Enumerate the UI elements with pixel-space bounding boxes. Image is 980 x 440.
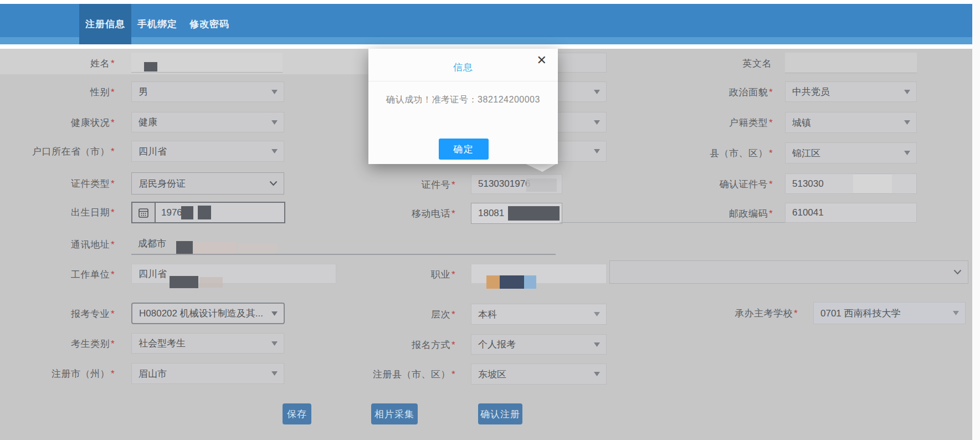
hukou-type-select[interactable]: 城镇 — [785, 112, 917, 133]
required-mark: * — [769, 148, 773, 158]
chevron-down-icon — [594, 372, 600, 376]
reg-county-select[interactable]: 东坡区 — [471, 364, 607, 385]
photo-capture-button[interactable]: 相片采集 — [371, 403, 418, 424]
field-label-occupation: 职业* — [342, 268, 455, 281]
redaction-block — [238, 243, 277, 253]
required-mark: * — [111, 207, 115, 218]
redaction-block — [526, 178, 557, 192]
dialog-message: 确认成功！准考证号：382124200003 — [368, 94, 558, 106]
required-mark: * — [111, 58, 115, 69]
level-select[interactable]: 本科 — [471, 304, 607, 325]
chevron-down-icon — [271, 341, 278, 346]
required-mark: * — [451, 208, 455, 219]
chevron-down-icon — [269, 181, 278, 186]
chevron-down-icon — [904, 90, 910, 94]
candidate-type-select[interactable]: 社会型考生 — [131, 333, 284, 354]
chevron-down-icon — [271, 149, 278, 154]
field-label-english-name: 英文名 — [657, 57, 773, 70]
chevron-down-icon — [271, 311, 278, 316]
health-select[interactable]: 健康 — [131, 112, 284, 132]
major-select[interactable]: H080202 机械设计制造及其... — [131, 303, 285, 324]
field-label-health: 健康状况* — [6, 116, 115, 129]
chevron-down-icon — [594, 90, 600, 94]
redaction-block — [524, 275, 536, 289]
field-label-reg-method: 报名方式* — [342, 339, 455, 351]
tab-registration-info[interactable]: 注册信息 — [79, 4, 131, 44]
info-dialog: 信息 ✕ 确认成功！准考证号：382124200003 确定 — [368, 49, 558, 164]
close-icon[interactable]: ✕ — [537, 54, 547, 66]
save-button[interactable]: 保存 — [283, 403, 311, 424]
redaction-block — [486, 275, 500, 289]
field-label-confirm-id-number: 确认证件号* — [657, 178, 773, 191]
confirm-id-number-input[interactable]: 513030 — [785, 173, 917, 194]
chevron-down-icon — [594, 149, 600, 154]
chevron-down-icon — [904, 151, 910, 155]
required-mark: * — [794, 308, 798, 319]
redaction-block — [500, 275, 524, 289]
tab-label: 注册信息 — [85, 18, 125, 30]
tab-label: 修改密码 — [189, 18, 229, 30]
field-label-work-unit: 工作单位* — [6, 268, 115, 281]
wide-empty-select[interactable] — [609, 260, 968, 284]
chevron-down-icon — [594, 312, 600, 316]
required-mark: * — [111, 146, 115, 157]
redaction-block — [176, 241, 193, 254]
field-label-birth-date: 出生日期* — [6, 206, 115, 219]
gender-select[interactable]: 男 — [131, 81, 284, 102]
required-mark: * — [111, 339, 115, 349]
redaction-block — [194, 242, 237, 253]
host-school-select[interactable]: 0701 西南科技大学 — [813, 302, 966, 324]
chevron-down-icon — [953, 269, 962, 275]
redaction-block — [181, 206, 193, 219]
page-right-edge — [972, 0, 980, 440]
chevron-down-icon — [594, 120, 600, 125]
required-mark: * — [111, 87, 115, 98]
required-mark: * — [111, 309, 115, 319]
top-navbar: 注册信息 手机绑定 修改密码 — [0, 4, 972, 44]
chevron-down-icon — [271, 371, 278, 376]
field-label-id-number: 证件号* — [342, 178, 455, 191]
field-label-address: 通讯地址* — [6, 238, 115, 251]
field-label-reg-county: 注册县（市、区）* — [342, 368, 455, 381]
hukou-province-select[interactable]: 四川省 — [131, 141, 284, 162]
dialog-divider — [368, 81, 558, 81]
chevron-down-icon — [953, 311, 959, 315]
required-mark: * — [111, 178, 115, 189]
required-mark: * — [451, 309, 455, 320]
field-label-mobile: 移动电话* — [342, 207, 455, 220]
redaction-block — [144, 62, 157, 71]
field-label-level: 层次* — [342, 308, 455, 321]
chevron-down-icon — [594, 342, 600, 347]
county-select[interactable]: 锦江区 — [785, 142, 917, 163]
redaction-block — [199, 277, 223, 288]
field-label-county: 县（市、区）* — [657, 147, 773, 160]
tab-phone-binding[interactable]: 手机绑定 — [131, 4, 183, 44]
chevron-down-icon — [271, 120, 278, 125]
required-mark: * — [111, 239, 115, 250]
redaction-block — [170, 276, 198, 288]
reg-method-select[interactable]: 个人报考 — [471, 334, 607, 355]
id-type-select[interactable]: 居民身份证 — [131, 172, 284, 195]
postal-code-input[interactable]: 610041 — [785, 203, 917, 223]
redaction-block — [853, 175, 892, 193]
field-label-name: 姓名* — [6, 57, 115, 70]
required-mark: * — [451, 180, 455, 190]
required-mark: * — [111, 269, 115, 280]
tab-change-password[interactable]: 修改密码 — [183, 4, 235, 44]
confirm-register-button[interactable]: 确认注册 — [478, 403, 522, 424]
field-label-gender: 性别* — [6, 86, 115, 99]
ok-button[interactable]: 确定 — [439, 139, 489, 160]
work-unit-input[interactable]: 四川省 — [131, 264, 336, 284]
calendar-icon[interactable] — [132, 203, 156, 222]
field-label-political-status: 政治面貌* — [657, 86, 773, 99]
field-label-major: 报考专业* — [6, 308, 115, 320]
political-status-select[interactable]: 中共党员 — [785, 81, 917, 102]
required-mark: * — [451, 340, 455, 350]
english-name-input[interactable] — [785, 53, 917, 73]
field-label-id-type: 证件类型* — [6, 177, 115, 190]
tab-label: 手机绑定 — [137, 18, 177, 30]
required-mark: * — [769, 117, 773, 128]
reg-city-select[interactable]: 眉山市 — [131, 363, 284, 384]
chevron-down-icon — [904, 120, 910, 125]
dialog-title: 信息 — [368, 61, 558, 74]
